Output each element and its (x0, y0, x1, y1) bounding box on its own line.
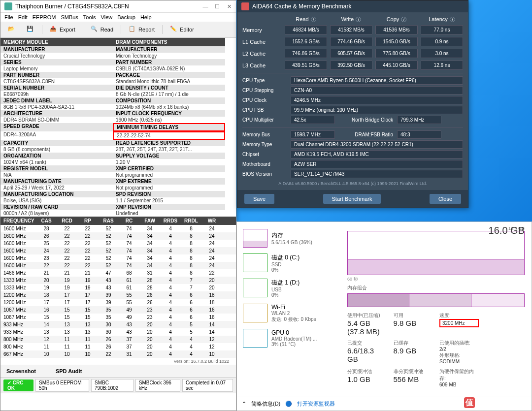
bench-value[interactable]: 774.46 GB/s (330, 37, 372, 46)
info-label: SUPPLY VOLTAGE (113, 153, 225, 159)
bench-value[interactable]: 12.6 ns (421, 61, 463, 70)
dram-components-header: DRAM COMPONENTS (113, 38, 225, 46)
info-value: DDR4 SDRAM SO-DIMM (0, 117, 113, 123)
freq-row: 1600 MHz2322225274344824 (0, 254, 236, 262)
aida-actions: Save Start Benchmark Close (237, 190, 468, 208)
info-icon[interactable]: i (311, 17, 316, 22)
info-label: PART NUMBER (113, 59, 225, 65)
menu-smbus[interactable]: SMBus (61, 14, 78, 20)
info-value: 1.20 V (113, 159, 225, 165)
bench-value[interactable]: 77.0 ns (421, 25, 463, 34)
start-benchmark-button[interactable]: Start Benchmark (323, 194, 381, 204)
toolbar: 📂 💾 📤Export 🔍Read 📋Report ✏️Editor (0, 22, 236, 38)
menu-file[interactable]: File (4, 14, 13, 20)
gpu-thumb-graph (243, 329, 267, 348)
info-icon[interactable]: i (401, 17, 406, 22)
info-value: Undefined (113, 210, 225, 217)
bench-value[interactable]: 46824 MB/s (285, 25, 327, 34)
bench-value[interactable]: 775.80 GB/s (375, 49, 418, 58)
bench-value[interactable]: 605.57 GB/s (330, 49, 372, 58)
aida-info-row: MotherboardAZW SER (242, 160, 463, 168)
open-button[interactable]: 📂 (3, 24, 20, 35)
bench-value[interactable]: 1552.6 GB/s (285, 37, 327, 46)
info-label: SPEED GRADE (0, 123, 113, 131)
pencil-icon: ✏️ (170, 26, 178, 33)
close-button[interactable]: ✕ (226, 3, 232, 9)
report-button[interactable]: 📋Report (124, 24, 159, 35)
export-button[interactable]: 📤Export (45, 24, 80, 35)
aida-bench-row: L1 Cache1552.6 GB/s774.46 GB/s1545.0 GB/… (242, 37, 463, 46)
spd-audit-button[interactable]: SPD Audit (56, 368, 82, 374)
aida-info-row: Memory TypeDual Channel DDR4-3200 SDRAM … (242, 140, 463, 149)
freq-row: 933 MHz1413133043204514 (0, 321, 236, 328)
memory-thumb-graph (243, 229, 267, 248)
info-label: PACKAGE (113, 72, 225, 78)
tm-detail-panel: 15.4 GB 60 秒 内存组合 使用中(已压缩)5.4 GB (37.8 M… (340, 222, 532, 397)
menu-backup[interactable]: Backup (117, 14, 135, 20)
menu-tools[interactable]: Tools (83, 14, 96, 20)
minimize-button[interactable]: — (202, 3, 208, 9)
status-smbus: SMBus 0 EEPROM 50h (35, 379, 89, 392)
read-button[interactable]: 🔍Read (86, 24, 118, 35)
save-button[interactable]: 💾 (22, 24, 39, 35)
aida-info-row: CPU Clock4246.5 MHz (242, 96, 463, 104)
sidebar-item-memory[interactable]: 内存5.6/15.4 GB (36%) (241, 226, 336, 251)
chevron-icon[interactable]: ⌃ (242, 401, 246, 407)
bench-value[interactable]: 41532 MB/s (330, 25, 372, 34)
menu-edit[interactable]: Edit (18, 14, 28, 20)
freq-row: 1600 MHz2622225274344824 (0, 232, 236, 240)
freq-row: 667 MHz1010102231204410 (0, 350, 236, 358)
bench-value[interactable]: 746.86 GB/s (285, 49, 327, 58)
menu-eeprom[interactable]: EEPROM (33, 14, 56, 20)
maximize-button[interactable]: ☐ (214, 3, 220, 9)
editor-button[interactable]: ✏️Editor (166, 24, 199, 35)
info-label: XMP REVISION (113, 204, 225, 210)
save-button[interactable]: Save (244, 194, 274, 204)
info-label: XMP EXTREME (113, 178, 225, 185)
aida-info-row: CPU SteppingCZN-A0 (242, 86, 463, 95)
info-label: JEDEC DIMM LABEL (0, 97, 113, 104)
details-toggle[interactable]: 简略信息(D) (251, 400, 280, 408)
watermark-icon: 值 (464, 397, 475, 408)
sidebar-item-wifi[interactable]: Wi-FiWLAN 2发送: 0 接收: 0 Kbps (241, 301, 336, 326)
freq-row: 1200 MHz1717173955264618 (0, 299, 236, 306)
freq-row: 1466 MHz2121214768314822 (0, 269, 236, 277)
bench-value[interactable]: 445.10 GB/s (375, 61, 418, 70)
bench-value[interactable]: 41536 MB/s (375, 25, 418, 34)
menu-view[interactable]: View (101, 14, 113, 20)
aida-info-row: CPU FSB99.9 MHz (original: 100 MHz) (242, 106, 463, 114)
sidebar-item-disk0[interactable]: 磁盘 0 (C:)SSD0% (241, 251, 336, 276)
aida-info-row: ChipsetAMD K19.5 FCH, AMD K19.5 IMC (242, 150, 463, 158)
sidebar-item-gpu[interactable]: GPU 0AMD Radeon(TM) ...3% (51 °C) (241, 326, 336, 350)
close-button[interactable]: Close (430, 194, 461, 204)
info-label: REVISION / RAW CARD (0, 204, 113, 210)
aida-titlebar: AIDA64 Cache & Memory Benchmark (237, 0, 468, 12)
resmon-link[interactable]: 打开资源监视器 (297, 400, 335, 408)
watermark: 值 值 什么值得买 (464, 397, 527, 408)
export-icon: 📤 (50, 26, 58, 33)
frequency-table: 1600 MHz28222252743448241600 MHz26222252… (0, 225, 236, 358)
bench-value[interactable]: 1545.0 GB/s (375, 37, 418, 46)
bench-value[interactable]: 3.0 ns (421, 49, 463, 58)
info-value: Micron Technology (113, 53, 225, 59)
task-manager-window: 16.0 GB 内存5.6/15.4 GB (36%) 磁盘 0 (C:)SSD… (236, 221, 532, 411)
bench-value[interactable]: 0.9 ns (421, 37, 463, 46)
thaiphon-titlebar: Thaiphoon Burner / CT8G4SFS832A.C8FN — ☐… (0, 0, 236, 13)
info-icon[interactable]: i (450, 17, 455, 22)
memory-usage-graph (347, 231, 525, 275)
aida-bench-row: L2 Cache746.86 GB/s605.57 GB/s775.80 GB/… (242, 49, 463, 58)
app-icon (4, 2, 12, 10)
bench-value[interactable]: 439.51 GB/s (285, 61, 327, 70)
freq-row: 1200 MHz1817173955264618 (0, 291, 236, 299)
bench-value[interactable]: 392.50 GB/s (330, 61, 372, 70)
info-icon[interactable]: i (356, 17, 361, 22)
freq-row: 1333 MHz1919194361284720 (0, 284, 236, 291)
tm-stats-grid: 使用中(已压缩)5.4 GB (37.8 MB) 可用9.8 GB 速度:320… (347, 312, 525, 387)
screenshot-button[interactable]: Screenshot (6, 368, 36, 374)
info-label: MANUFACTURING DATE (0, 178, 113, 185)
report-icon: 📋 (129, 26, 136, 33)
info-value: 8 GB (8 components) (0, 146, 113, 153)
sidebar-item-disk1[interactable]: 磁盘 1 (D:)USB0% (241, 276, 336, 301)
menu-help[interactable]: Help (140, 14, 152, 20)
aida-icon (241, 2, 249, 10)
